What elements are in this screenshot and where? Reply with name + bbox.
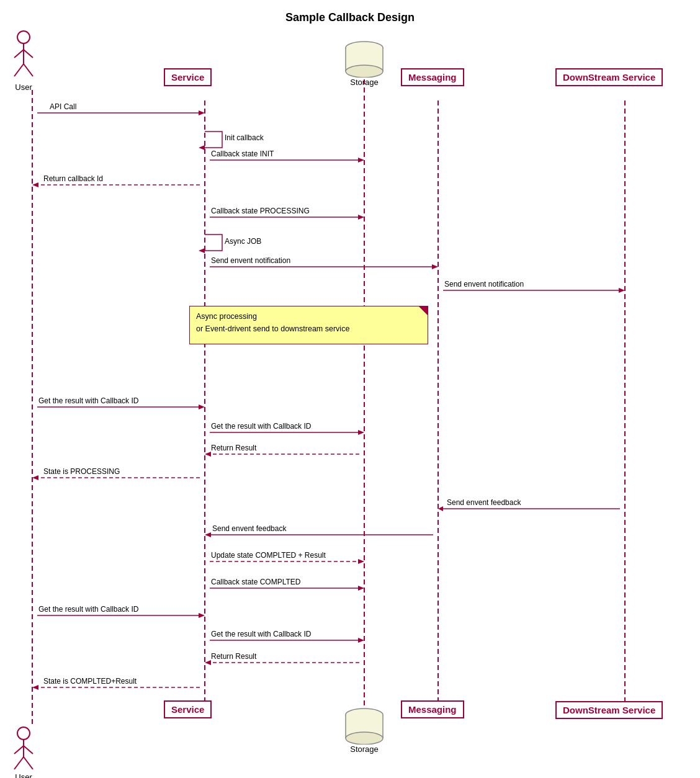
- svg-marker-11: [358, 158, 364, 163]
- svg-marker-8: [199, 145, 205, 150]
- svg-line-79: [24, 757, 33, 769]
- svg-line-67: [14, 64, 24, 76]
- svg-marker-58: [205, 660, 211, 665]
- svg-line-76: [14, 746, 24, 754]
- messaging-box-top: Messaging: [401, 68, 464, 86]
- downstream-box-bottom: DownStream Service: [555, 701, 663, 719]
- user-top: User: [11, 30, 36, 92]
- svg-point-74: [17, 727, 30, 740]
- svg-text:Return callback Id: Return callback Id: [43, 174, 103, 183]
- svg-text:Get the result with Callback I: Get the result with Callback ID: [211, 630, 312, 638]
- service-box-top: Service: [164, 68, 212, 86]
- svg-marker-22: [432, 264, 438, 269]
- svg-text:State is PROCESSING: State is PROCESSING: [43, 467, 120, 476]
- svg-text:State is COMPLTED+Result: State is COMPLTED+Result: [43, 677, 137, 686]
- user-bottom: User: [11, 726, 36, 778]
- svg-text:Return Result: Return Result: [211, 652, 257, 661]
- svg-text:Get the result with Callback I: Get the result with Callback ID: [38, 396, 139, 405]
- svg-text:Callback state INIT: Callback state INIT: [211, 150, 274, 158]
- svg-text:Send envent feedback: Send envent feedback: [447, 498, 521, 507]
- svg-line-68: [24, 64, 33, 76]
- svg-marker-34: [205, 452, 211, 457]
- arrows-layer: API Call Init callback Callback state IN…: [0, 0, 700, 778]
- svg-marker-31: [358, 430, 364, 435]
- svg-point-84: [346, 732, 383, 744]
- downstream-box-top: DownStream Service: [555, 68, 663, 86]
- svg-marker-17: [358, 215, 364, 220]
- svg-marker-49: [358, 586, 364, 591]
- diagram-title: Sample Callback Design: [0, 11, 700, 24]
- svg-marker-28: [199, 405, 205, 409]
- svg-point-63: [17, 31, 30, 43]
- svg-text:Callback state PROCESSING: Callback state PROCESSING: [211, 207, 310, 215]
- svg-text:Send envent feedback: Send envent feedback: [212, 524, 287, 533]
- svg-marker-43: [205, 532, 211, 537]
- svg-text:Send envent notification: Send envent notification: [444, 280, 524, 288]
- note-async: Async processing or Event-drivent send t…: [189, 306, 428, 344]
- messaging-box-bottom: Messaging: [401, 700, 464, 718]
- svg-marker-55: [358, 638, 364, 643]
- svg-marker-61: [32, 685, 38, 690]
- svg-marker-52: [199, 613, 205, 618]
- svg-text:API Call: API Call: [50, 102, 76, 111]
- svg-marker-46: [358, 559, 364, 564]
- svg-marker-19: [199, 248, 205, 253]
- svg-text:Init callback: Init callback: [225, 133, 264, 142]
- svg-point-73: [346, 65, 383, 78]
- svg-line-66: [24, 50, 33, 58]
- svg-line-65: [14, 50, 24, 58]
- svg-text:Get the result with Callback I: Get the result with Callback ID: [211, 422, 312, 431]
- storage-top: Storage: [343, 40, 385, 87]
- svg-marker-14: [32, 182, 38, 187]
- svg-marker-25: [619, 288, 625, 293]
- storage-bottom: Storage: [343, 707, 385, 754]
- svg-line-78: [14, 757, 24, 769]
- svg-text:Send envent notification: Send envent notification: [211, 256, 290, 265]
- svg-marker-40: [438, 506, 443, 511]
- diagram: Sample Callback Design API Call Init cal…: [0, 0, 700, 778]
- service-box-bottom: Service: [164, 700, 212, 718]
- svg-marker-37: [32, 475, 38, 480]
- svg-text:Get the result with Callback I: Get the result with Callback ID: [38, 605, 139, 614]
- svg-text:Callback state COMPLTED: Callback state COMPLTED: [211, 578, 301, 586]
- svg-line-77: [24, 746, 33, 754]
- svg-text:Update state COMPLTED + Result: Update state COMPLTED + Result: [211, 551, 326, 560]
- svg-text:Return Result: Return Result: [211, 444, 257, 452]
- svg-text:Async JOB: Async JOB: [225, 237, 261, 246]
- svg-marker-6: [199, 110, 205, 115]
